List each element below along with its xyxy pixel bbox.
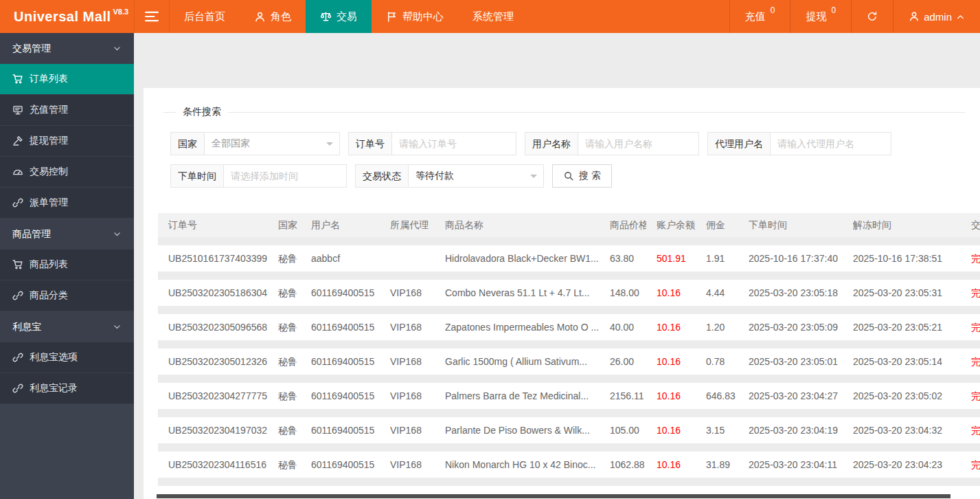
table-cell: 完成 bbox=[961, 417, 980, 443]
sidebar-item[interactable]: 交易控制 bbox=[0, 157, 134, 188]
table-cell: 秘鲁 bbox=[268, 417, 301, 443]
table-cell: Garlic 1500mg ( Allium Sativum... bbox=[435, 348, 600, 375]
sidebar-item-label: 提现管理 bbox=[30, 135, 68, 147]
username-input[interactable] bbox=[578, 133, 698, 155]
brand-logo[interactable]: Universal Mall V8.3 bbox=[0, 0, 134, 33]
table-cell: 31.89 bbox=[696, 452, 738, 478]
table-header-cell: 交易状态 bbox=[961, 213, 980, 237]
status-select[interactable]: 等待付款 bbox=[409, 165, 543, 187]
table-header-cell: 国家 bbox=[268, 213, 301, 237]
table-cell: 10.16 bbox=[646, 348, 696, 375]
search-button[interactable]: 搜 索 bbox=[552, 164, 612, 188]
table-cell: 601169400515 bbox=[301, 348, 380, 375]
country-value: 全部国家 bbox=[212, 137, 250, 150]
sidebar-item[interactable]: 利息宝选项 bbox=[0, 342, 134, 373]
sidebar-item[interactable]: 充值管理 bbox=[0, 95, 134, 126]
sidebar-item[interactable]: 利息宝记录 bbox=[0, 373, 134, 404]
navbar-menu: 后台首页角色交易帮助中心系统管理 bbox=[170, 0, 528, 33]
table-cell: 2025-03-20 23:05:02 bbox=[843, 383, 961, 409]
order-no-field-group: 订单号 bbox=[348, 132, 516, 155]
table-cell: 148.00 bbox=[600, 280, 646, 306]
table-cell: VIP168 bbox=[380, 280, 435, 306]
table-cell: 完成 bbox=[961, 348, 980, 375]
refresh-icon bbox=[867, 11, 878, 22]
sidebar-section-label: 交易管理 bbox=[12, 43, 51, 55]
agent-field-group: 代理用户名 bbox=[707, 132, 891, 155]
table-cell: 2025-03-20 23:05:01 bbox=[738, 348, 843, 375]
status-value: 等待付款 bbox=[415, 170, 454, 182]
sidebar-section-header[interactable]: 利息宝 bbox=[0, 311, 134, 342]
table-row: UB2503202304277775秘鲁601169400515VIP168Pa… bbox=[158, 383, 980, 409]
nav-item-label: 角色 bbox=[271, 10, 291, 23]
table-row: UB2503202305096568秘鲁601169400515VIP168Za… bbox=[158, 314, 980, 340]
scrollbar-thumb[interactable] bbox=[157, 494, 950, 498]
table-cell: 2025-03-20 23:04:23 bbox=[843, 452, 961, 478]
agent-input[interactable] bbox=[771, 133, 891, 155]
country-label: 国家 bbox=[171, 133, 205, 155]
recharge-button[interactable]: 充值 0 bbox=[730, 0, 790, 33]
nav-item[interactable]: 后台首页 bbox=[170, 0, 240, 33]
sidebar-item[interactable]: 订单列表 bbox=[0, 64, 134, 95]
table-cell: 1.91 bbox=[696, 245, 738, 271]
horizontal-scrollbar[interactable] bbox=[144, 494, 980, 499]
country-select[interactable]: 全部国家 bbox=[205, 133, 339, 155]
table-header-cell: 商品价格 bbox=[600, 213, 646, 237]
table-cell bbox=[380, 245, 435, 271]
table-header-cell: 解冻时间 bbox=[843, 213, 961, 237]
sidebar-toggle[interactable] bbox=[134, 0, 170, 33]
table-cell: 10.16 bbox=[646, 383, 696, 409]
table-cell: 10.16 bbox=[646, 417, 696, 443]
order-time-input[interactable] bbox=[224, 165, 346, 187]
table-cell: Zapatones Impermeables Moto O ... bbox=[435, 314, 600, 340]
table-cell: VIP168 bbox=[380, 314, 435, 340]
link-icon bbox=[12, 352, 23, 363]
nav-item[interactable]: 系统管理 bbox=[458, 0, 528, 33]
refresh-button[interactable] bbox=[852, 0, 893, 33]
table-cell: Parlante De Piso Bowers & Wilk... bbox=[435, 417, 600, 443]
table-header-cell: 用户名 bbox=[301, 213, 380, 237]
table-cell: 0.78 bbox=[696, 348, 738, 375]
table-cell: UB2503202304197032 bbox=[158, 417, 268, 443]
order-no-input[interactable] bbox=[392, 133, 516, 155]
nav-item-label: 后台首页 bbox=[184, 10, 225, 23]
admin-username: admin bbox=[924, 11, 952, 23]
select-arrow-icon bbox=[530, 175, 537, 181]
table-cell: 秘鲁 bbox=[268, 383, 301, 409]
table-cell: 秘鲁 bbox=[268, 245, 301, 271]
status-label: 交易状态 bbox=[356, 165, 409, 187]
chevron-down-icon bbox=[113, 44, 122, 53]
sidebar-section-header[interactable]: 交易管理 bbox=[0, 33, 134, 64]
table-cell: 2025-03-20 23:05:14 bbox=[843, 348, 961, 375]
sidebar-item[interactable]: 商品列表 bbox=[0, 250, 134, 280]
nav-item[interactable]: 角色 bbox=[240, 0, 306, 33]
flag-icon bbox=[386, 11, 398, 23]
order-time-field-group: 下单时间 bbox=[170, 164, 347, 188]
sidebar-item-label: 商品分类 bbox=[30, 289, 68, 302]
table-cell: Palmers Barra de Tez Medicinal... bbox=[435, 383, 600, 409]
sidebar-item-label: 订单列表 bbox=[30, 73, 68, 85]
hamburger-icon bbox=[145, 11, 159, 22]
sidebar: 交易管理订单列表充值管理提现管理交易控制派单管理商品管理商品列表商品分类利息宝利… bbox=[0, 33, 134, 499]
withdraw-button[interactable]: 提现 0 bbox=[790, 0, 851, 33]
nav-item-label: 帮助中心 bbox=[402, 10, 444, 23]
nav-item-label: 交易 bbox=[337, 10, 357, 23]
table-cell: aabbcf bbox=[301, 245, 380, 271]
sidebar-item-label: 充值管理 bbox=[30, 104, 68, 116]
table-cell: 完成 bbox=[961, 314, 980, 340]
chevron-down-icon bbox=[113, 322, 122, 331]
nav-item[interactable]: 交易 bbox=[306, 0, 372, 33]
sidebar-item[interactable]: 派单管理 bbox=[0, 188, 134, 219]
table-cell: 2025-10-16 17:38:51 bbox=[843, 245, 961, 271]
link-icon bbox=[12, 290, 23, 301]
sidebar-item[interactable]: 商品分类 bbox=[0, 280, 134, 311]
sidebar-section-header[interactable]: 商品管理 bbox=[0, 219, 134, 250]
nav-item[interactable]: 帮助中心 bbox=[372, 0, 458, 33]
table-cell: 完成 bbox=[961, 280, 980, 306]
sidebar-item-label: 派单管理 bbox=[30, 197, 68, 209]
admin-menu[interactable]: admin bbox=[893, 0, 980, 33]
table-header-cell: 佣金 bbox=[696, 213, 738, 237]
sidebar-item[interactable]: 提现管理 bbox=[0, 126, 134, 157]
link-icon bbox=[12, 383, 23, 394]
table-cell: 3.15 bbox=[696, 417, 738, 443]
table-cell: 完成 bbox=[961, 452, 980, 478]
